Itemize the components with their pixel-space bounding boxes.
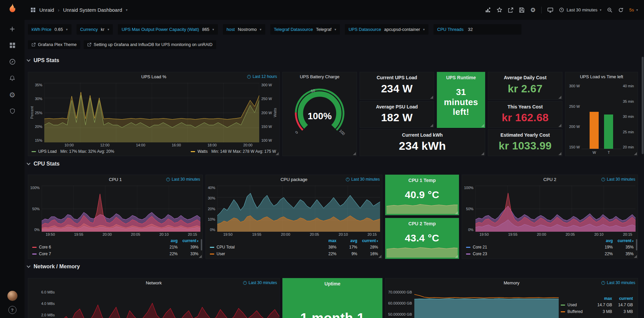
sidebar-item-configuration[interactable]: ⚙ [4, 88, 20, 102]
panel-resize-handle[interactable] [558, 96, 561, 99]
panel-average-psu-load[interactable]: Average PSU Load 182 W [360, 101, 434, 128]
bar-watts[interactable] [590, 112, 599, 149]
chevron-down-icon[interactable]: ▾ [126, 8, 128, 12]
panel-cpu2[interactable]: CPU 2 Last 30 minutes 100% 50% 0% 19:50 … [462, 175, 638, 259]
legend-series-ups-load[interactable]: UPS Load Min: 17% Max: 32% Avg: 20% [32, 149, 114, 154]
panel-resize-handle[interactable] [634, 255, 637, 258]
legend-series[interactable]: Buffered [561, 309, 591, 314]
panel-resize-handle[interactable] [558, 124, 561, 127]
legend-series[interactable]: Core 21 [466, 245, 592, 249]
panel-average-daily-cost[interactable]: Average Daily Cost kr 2.67 [488, 72, 562, 100]
dashboard-link-ups-monitoring-guide[interactable]: Setting up Grafana and InfluxDB for UPS … [84, 40, 216, 49]
legend-scrollbar[interactable] [201, 239, 202, 251]
save-dashboard-button[interactable] [519, 7, 524, 13]
dashboard-link-grafana-plex-theme[interactable]: Grafana Plex Theme [28, 40, 80, 49]
legend-sort-current[interactable]: current▾ [357, 238, 378, 243]
panel-cpu1[interactable]: CPU 1 Last 30 minutes 100% 50% 0% 19:50 … [28, 175, 203, 259]
refresh-interval-picker[interactable]: 5s ▾ [629, 7, 638, 12]
user-avatar[interactable] [7, 291, 17, 301]
zoom-out-time-button[interactable] [607, 7, 612, 13]
panel-time-badge[interactable]: Last 30 minutes [243, 280, 277, 285]
row-header-network-memory[interactable]: Network / Memory [27, 264, 80, 270]
legend-series[interactable]: User [210, 252, 316, 256]
chart-plot[interactable] [414, 289, 559, 318]
panel-title[interactable]: UPS Load vs Time left [580, 74, 623, 79]
legend-sort-avg[interactable]: avg [336, 238, 357, 243]
variable-cpu-threads[interactable]: CPU Threads [433, 24, 521, 35]
panel-ups-runtime[interactable]: UPS Runtime 31 minutes left! [437, 72, 485, 128]
panel-this-years-cost[interactable]: This Years Cost kr 162.68 [488, 101, 562, 128]
sidebar-item-server-admin[interactable] [4, 104, 20, 118]
time-range-picker[interactable]: Last 30 minutes ▾ [559, 7, 601, 12]
legend-scrollbar[interactable] [636, 239, 637, 251]
chart-plot[interactable] [42, 186, 200, 232]
panel-uptime[interactable]: Uptime 1 month 1 [282, 278, 382, 318]
chart-plot[interactable] [217, 186, 380, 232]
panel-resize-handle[interactable] [455, 211, 458, 214]
panel-time-badge[interactable]: Last 30 minutes [601, 177, 635, 182]
panel-resize-handle[interactable] [455, 255, 458, 258]
legend-series[interactable]: Core 23 [466, 252, 592, 256]
panel-title[interactable]: Memory [504, 280, 519, 285]
cycle-view-mode-button[interactable] [547, 7, 553, 13]
sidebar-item-dashboards[interactable] [4, 38, 20, 52]
panel-cpu1-temp[interactable]: CPU 1 Temp 40.9 °C [385, 175, 459, 215]
panel-title[interactable]: CPU 2 [543, 177, 556, 182]
add-panel-button[interactable] [485, 7, 491, 13]
bar-time-left[interactable] [604, 115, 613, 149]
panel-title[interactable]: Network [146, 280, 162, 285]
legend-series[interactable]: Core 6 [32, 245, 157, 249]
variable-kwh-price[interactable]: kWh Price 0.65 ▾ [28, 24, 72, 35]
bars-plot[interactable] [582, 84, 621, 149]
panel-title[interactable]: CPU package [280, 177, 307, 182]
variable-ups-max-output[interactable]: UPS Max Output Power Capacity (Watt) 865… [118, 24, 218, 35]
panel-resize-handle[interactable] [276, 152, 279, 155]
breadcrumb-app[interactable]: Unraid [39, 7, 54, 13]
panel-network[interactable]: Network Last 30 minutes 6.0 MBs 4.0 MBs … [28, 278, 280, 318]
chart-plot[interactable] [44, 83, 259, 142]
panel-time-badge[interactable]: Last 30 minutes [166, 177, 200, 182]
legend-sort-max[interactable]: max [591, 296, 612, 301]
cpu-threads-input[interactable] [467, 25, 518, 34]
panel-resize-handle[interactable] [353, 152, 356, 155]
panel-resize-handle[interactable] [430, 96, 433, 99]
panel-cpu2-temp[interactable]: CPU 2 Temp 43.4 °C [385, 218, 459, 259]
panel-time-badge[interactable]: Last 30 minutes [601, 280, 635, 285]
panel-resize-handle[interactable] [481, 124, 484, 127]
panel-resize-handle[interactable] [634, 152, 637, 155]
legend-sort-current[interactable]: current▾ [613, 238, 634, 243]
legend-series-watts[interactable]: Watts Min: 148 W Max: 278 W Avg: 175 W [191, 149, 276, 154]
sidebar-item-create[interactable] [4, 22, 20, 36]
panel-memory[interactable]: Memory Last 30 minutes 70.000000 GB 60.0… [385, 278, 638, 318]
page-scrollbar[interactable] [642, 57, 644, 154]
panel-cpu-package[interactable]: CPU package Last 30 minutes 40% 30% 20% … [205, 175, 382, 259]
dashboard-title[interactable]: Unraid System Dashboard [63, 7, 122, 13]
variable-host[interactable]: host Nostromo ▾ [223, 24, 265, 35]
panel-ups-load-percent[interactable]: UPS Load % Last 12 hours Percent 35% 30%… [28, 72, 280, 156]
legend-series[interactable]: Used [561, 303, 591, 307]
legend-sort-avg[interactable]: avg [157, 238, 178, 243]
legend-sort-avg[interactable]: avg [592, 238, 613, 243]
refresh-button[interactable] [618, 7, 624, 13]
panel-title[interactable]: UPS Battery Charge [300, 74, 339, 79]
legend-sort-current[interactable]: current▾ [178, 238, 198, 243]
panel-resize-handle[interactable] [430, 124, 433, 127]
grafana-logo[interactable] [7, 3, 18, 14]
sidebar-item-alerting[interactable] [4, 71, 20, 85]
panel-current-load-kwh[interactable]: Current Load kWh 234 kWh [360, 129, 485, 156]
panel-title[interactable]: CPU 1 [109, 177, 122, 182]
panel-time-badge[interactable]: Last 12 hours [247, 74, 277, 79]
panel-title[interactable]: UPS Load % [141, 74, 166, 79]
help-icon[interactable]: ? [8, 306, 16, 314]
panel-ups-battery-charge[interactable]: UPS Battery Charge 0 50 100 100% [282, 72, 357, 156]
variable-ups-datasource[interactable]: UPS Datasource apcupsd-container ▾ [345, 24, 428, 35]
legend-sort-max[interactable]: max [316, 238, 336, 243]
panel-time-badge[interactable]: Last 30 minutes [346, 177, 380, 182]
dashboard-settings-button[interactable]: ⚙ [530, 7, 536, 13]
variable-telegraf-datasource[interactable]: Telegraf Datasource Telegraf ▾ [270, 24, 340, 35]
variable-currency[interactable]: Currency kr ▾ [77, 24, 113, 35]
share-dashboard-button[interactable] [508, 7, 513, 13]
legend-series[interactable]: Core 7 [32, 252, 157, 256]
panel-estimated-yearly-cost[interactable]: Estimated Yearly Cost kr 1033.99 [488, 129, 562, 156]
legend-series[interactable]: CPU Total [210, 245, 316, 249]
